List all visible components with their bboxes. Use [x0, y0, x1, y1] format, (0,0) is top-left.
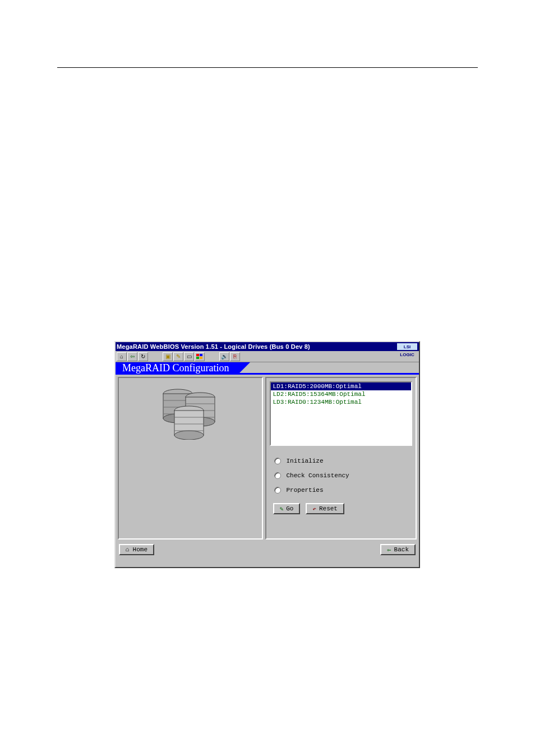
panel-title-rule: [238, 373, 419, 375]
go-button[interactable]: ✎ Go: [273, 503, 301, 514]
toolbar-folder-button[interactable]: ▣: [163, 352, 173, 361]
list-item[interactable]: LD3:RAID0:1234MB:Optimal: [271, 398, 412, 406]
home-icon: ⌂: [120, 353, 123, 359]
key-icon: ✎: [176, 353, 181, 359]
radio-icon: [274, 472, 281, 479]
radio-label: Properties: [287, 487, 324, 494]
reset-button-label: Reset: [319, 505, 338, 512]
home-button-label: Home: [133, 546, 147, 553]
svg-rect-0: [196, 354, 199, 356]
toolbar-home-button[interactable]: ⌂: [117, 352, 127, 361]
go-icon: ✎: [280, 505, 284, 513]
disk-stack-icon: [156, 386, 224, 440]
toolbar-drive-button[interactable]: ▭: [184, 352, 194, 361]
drive-icon: ▭: [187, 353, 192, 359]
main-area: LD1:RAID5:2000MB:Optimal LD2:RAID5:15364…: [116, 375, 419, 542]
toolbar: ⌂ ⇦ ↻ ▣ ✎ ▭ 🔊 ⎘: [116, 351, 419, 362]
bottom-bar: ⌂ Home ⇦ Back: [116, 542, 419, 557]
radio-label: Initialize: [287, 458, 324, 464]
radio-initialize[interactable]: Initialize: [274, 454, 413, 468]
blocks-icon: [196, 354, 203, 359]
sound-icon: 🔊: [221, 353, 228, 359]
svg-point-18: [174, 431, 204, 440]
radio-check-consistency[interactable]: Check Consistency: [274, 468, 413, 483]
toolbar-refresh-button[interactable]: ↻: [138, 352, 148, 361]
go-button-label: Go: [286, 505, 293, 512]
panel-header: MegaRAID Configuration: [116, 362, 419, 375]
back-button-label: Back: [394, 546, 409, 553]
left-pane: [118, 377, 263, 540]
home-icon: ⌂: [126, 546, 130, 553]
page-divider: [57, 67, 478, 68]
radio-icon: [274, 458, 281, 464]
list-item[interactable]: LD1:RAID5:2000MB:Optimal: [271, 382, 412, 390]
list-item[interactable]: LD2:RAID5:15364MB:Optimal: [271, 390, 412, 398]
back-button[interactable]: ⇦ Back: [380, 544, 416, 555]
refresh-icon: ↻: [141, 353, 145, 359]
svg-rect-1: [200, 354, 202, 356]
undo-icon: ↶: [312, 505, 316, 513]
radio-label: Check Consistency: [287, 472, 349, 479]
panel-title: MegaRAID Configuration: [116, 362, 238, 375]
toolbar-sound-button[interactable]: 🔊: [219, 352, 229, 361]
window-title: MegaRAID WebBIOS Version 1.51 - Logical …: [117, 343, 310, 350]
folder-icon: ▣: [165, 353, 170, 359]
app-window: MegaRAID WebBIOS Version 1.51 - Logical …: [114, 341, 420, 568]
back-arrow-icon: ⇦: [130, 353, 135, 359]
svg-rect-3: [200, 357, 202, 359]
right-pane: LD1:RAID5:2000MB:Optimal LD2:RAID5:15364…: [265, 377, 417, 540]
lsi-logo: LSI LOGIC: [396, 343, 418, 351]
exit-icon: ⎘: [233, 353, 237, 359]
svg-rect-2: [196, 357, 199, 359]
radio-properties[interactable]: Properties: [274, 483, 413, 497]
toolbar-blocks-button[interactable]: [195, 352, 205, 361]
home-button[interactable]: ⌂ Home: [119, 544, 154, 555]
reset-button[interactable]: ↶ Reset: [306, 503, 344, 514]
radio-icon: [274, 487, 281, 494]
toolbar-key-button[interactable]: ✎: [173, 352, 183, 361]
title-bar: MegaRAID WebBIOS Version 1.51 - Logical …: [116, 342, 419, 351]
toolbar-exit-button[interactable]: ⎘: [230, 352, 240, 361]
back-arrow-icon: ⇦: [387, 546, 391, 554]
toolbar-back-button[interactable]: ⇦: [127, 352, 137, 361]
action-radio-group: Initialize Check Consistency Properties: [270, 454, 413, 497]
logical-drives-listbox[interactable]: LD1:RAID5:2000MB:Optimal LD2:RAID5:15364…: [270, 381, 413, 446]
action-button-row: ✎ Go ↶ Reset: [270, 503, 413, 514]
